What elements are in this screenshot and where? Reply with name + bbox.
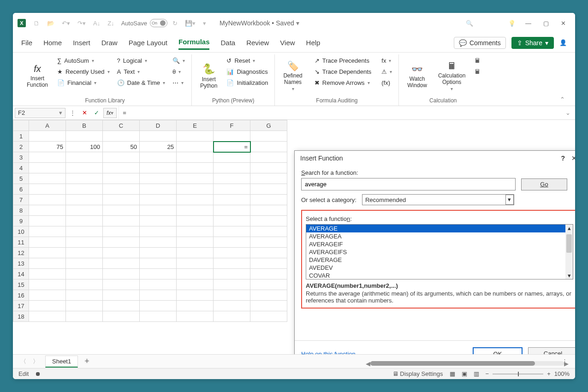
function-listbox[interactable]: AVERAGE AVERAGEA AVERAGEIF AVERAGEIFS DA… bbox=[306, 224, 573, 279]
cell[interactable] bbox=[140, 258, 177, 269]
cell[interactable] bbox=[66, 237, 103, 248]
spreadsheet-grid[interactable]: A B C D E F G 12751005025=34567891011121… bbox=[13, 120, 287, 322]
col-header[interactable]: A bbox=[29, 120, 66, 131]
cell[interactable] bbox=[250, 290, 287, 301]
share-button[interactable]: ⇪Share▾ bbox=[511, 37, 554, 49]
row-header[interactable]: 17 bbox=[13, 301, 29, 311]
cell[interactable] bbox=[214, 269, 250, 279]
cell[interactable]: 25 bbox=[140, 142, 177, 152]
financial-button[interactable]: 📄Financial bbox=[55, 78, 112, 87]
cell[interactable] bbox=[103, 290, 140, 301]
cell[interactable] bbox=[140, 173, 177, 184]
ideas-icon[interactable]: 💡 bbox=[506, 20, 518, 27]
enter-formula-button[interactable]: ✓ bbox=[91, 109, 101, 116]
cell[interactable] bbox=[140, 216, 177, 226]
quickaccess-overflow-icon[interactable]: ▾ bbox=[201, 20, 208, 27]
initialization-button[interactable]: 📄Initialization bbox=[225, 78, 270, 87]
insert-function-button[interactable]: fx Insert Function bbox=[23, 56, 52, 95]
cell[interactable] bbox=[250, 195, 287, 205]
cell[interactable] bbox=[29, 163, 66, 173]
cell[interactable] bbox=[177, 184, 214, 195]
cell[interactable] bbox=[66, 226, 103, 237]
sheet-tab[interactable]: Sheet1 bbox=[45, 356, 78, 368]
evaluate-button[interactable]: (fx) bbox=[380, 78, 394, 87]
lookup-button[interactable]: 🔍 bbox=[171, 56, 187, 65]
cell[interactable] bbox=[214, 258, 250, 269]
remove-arrows-button[interactable]: ✖Remove Arrows bbox=[313, 78, 373, 87]
cell[interactable] bbox=[66, 173, 103, 184]
cell[interactable] bbox=[140, 301, 177, 311]
cell[interactable] bbox=[29, 173, 66, 184]
cell[interactable] bbox=[103, 131, 140, 142]
row-header[interactable]: 2 bbox=[13, 142, 29, 152]
cell[interactable] bbox=[250, 269, 287, 279]
cell[interactable] bbox=[177, 195, 214, 205]
cell[interactable] bbox=[250, 216, 287, 226]
row-header[interactable]: 16 bbox=[13, 290, 29, 301]
datetime-button[interactable]: 🕒Date & Time bbox=[115, 78, 167, 87]
cell[interactable] bbox=[103, 184, 140, 195]
cell[interactable] bbox=[214, 205, 250, 216]
cell[interactable] bbox=[250, 173, 287, 184]
macro-record-icon[interactable]: ⏺ bbox=[35, 370, 41, 377]
cell[interactable] bbox=[214, 195, 250, 205]
view-normal-button[interactable]: ▦ bbox=[450, 370, 455, 377]
tab-home[interactable]: Home bbox=[43, 37, 62, 48]
comments-button[interactable]: 💬Comments bbox=[454, 37, 506, 49]
cell[interactable] bbox=[103, 195, 140, 205]
list-item[interactable]: DAVERAGE bbox=[306, 256, 573, 264]
row-header[interactable]: 11 bbox=[13, 237, 29, 248]
go-button[interactable]: Go bbox=[521, 178, 567, 190]
list-item[interactable]: AVERAGEA bbox=[306, 232, 573, 240]
cell[interactable] bbox=[103, 269, 140, 279]
cell[interactable] bbox=[140, 248, 177, 258]
open-file-icon[interactable]: 📂 bbox=[45, 20, 57, 27]
cell[interactable] bbox=[177, 258, 214, 269]
row-header[interactable]: 9 bbox=[13, 216, 29, 226]
cell[interactable] bbox=[29, 237, 66, 248]
maximize-button[interactable]: ▢ bbox=[539, 18, 553, 29]
cell[interactable] bbox=[214, 237, 250, 248]
search-input[interactable] bbox=[301, 178, 516, 190]
cell[interactable] bbox=[214, 173, 250, 184]
error-check-button[interactable]: ⚠ bbox=[380, 67, 394, 76]
next-sheet-button[interactable]: 〉 bbox=[33, 357, 39, 366]
watch-window-button[interactable]: 👓 Watch Window bbox=[404, 56, 431, 95]
cell[interactable] bbox=[177, 301, 214, 311]
collapse-ribbon-button[interactable]: ⌃ bbox=[555, 93, 570, 106]
sync-icon[interactable]: ↻ bbox=[170, 20, 180, 27]
cell[interactable] bbox=[140, 279, 177, 290]
cell[interactable] bbox=[103, 216, 140, 226]
cell[interactable]: = bbox=[214, 142, 250, 152]
cell[interactable] bbox=[66, 301, 103, 311]
cell[interactable] bbox=[214, 216, 250, 226]
cell[interactable] bbox=[250, 301, 287, 311]
logical-button[interactable]: ?Logical bbox=[115, 56, 167, 65]
row-header[interactable]: 15 bbox=[13, 279, 29, 290]
recently-used-button[interactable]: ★Recently Used bbox=[55, 67, 112, 76]
cell[interactable] bbox=[214, 279, 250, 290]
cell[interactable] bbox=[66, 152, 103, 163]
cell[interactable] bbox=[29, 195, 66, 205]
search-icon[interactable]: 🔍 bbox=[463, 20, 475, 27]
cell[interactable] bbox=[214, 290, 250, 301]
cell[interactable] bbox=[29, 226, 66, 237]
trace-dependents-button[interactable]: ↘Trace Dependents bbox=[313, 67, 373, 76]
cell[interactable] bbox=[214, 152, 250, 163]
zoom-control[interactable]: − + 100% bbox=[486, 370, 570, 377]
cell[interactable] bbox=[29, 290, 66, 301]
undo-icon[interactable]: ↶▾ bbox=[59, 20, 72, 27]
tab-pagelayout[interactable]: Page Layout bbox=[129, 37, 167, 48]
cell[interactable] bbox=[29, 216, 66, 226]
diagnostics-button[interactable]: 📊Diagnostics bbox=[225, 67, 270, 76]
prev-sheet-button[interactable]: 〈 bbox=[20, 357, 26, 366]
cell[interactable] bbox=[29, 279, 66, 290]
cell[interactable] bbox=[177, 152, 214, 163]
col-header[interactable]: B bbox=[66, 120, 103, 131]
help-icon[interactable]: ? bbox=[556, 154, 570, 162]
cell[interactable] bbox=[66, 311, 103, 322]
tab-file[interactable]: File bbox=[21, 37, 32, 48]
cell[interactable] bbox=[177, 163, 214, 173]
listbox-scrollbar[interactable]: ▴▾ bbox=[565, 225, 573, 279]
row-header[interactable]: 7 bbox=[13, 195, 29, 205]
